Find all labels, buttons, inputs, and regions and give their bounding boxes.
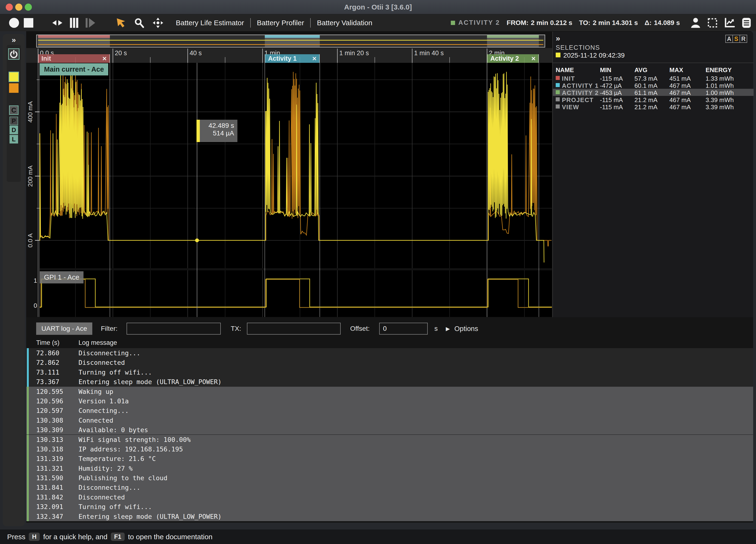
- close-window-button[interactable]: [6, 4, 13, 11]
- region-tab-init[interactable]: Init×: [38, 54, 110, 63]
- key-h-badge: H: [29, 533, 40, 541]
- log-row[interactable]: 130.308Connected: [26, 416, 753, 425]
- tab-battery-life-estimator[interactable]: Battery Life Estimator: [170, 19, 250, 27]
- uart-section: UART log - Ace Filter: TX: Offset: s ▶ O…: [26, 317, 753, 522]
- uart-log-list[interactable]: 72.860Disconnecting...72.862Disconnected…: [26, 348, 753, 521]
- selection-info: ACTIVITY 2 FROM: 2 min 0.212 s TO: 2 min…: [451, 14, 751, 31]
- region-close-button[interactable]: ×: [312, 54, 317, 63]
- tx-input[interactable]: [247, 323, 341, 335]
- pan-horizontal-icon[interactable]: [52, 18, 63, 28]
- panel-mode-s[interactable]: S: [732, 35, 740, 43]
- main-current-badge[interactable]: Main current - Ace: [40, 63, 108, 75]
- panel-collapse-button[interactable]: »: [556, 34, 560, 43]
- log-row-activity-stripe: [27, 483, 29, 492]
- move-pan-icon[interactable]: [152, 17, 164, 29]
- stop-icon: [24, 18, 33, 28]
- record-button[interactable]: [9, 18, 19, 28]
- log-row[interactable]: 132.347Entering sleep mode (ULTRA_LOW_PO…: [26, 512, 753, 521]
- log-row[interactable]: 120.596Version 1.01a: [26, 396, 753, 406]
- offset-input[interactable]: [379, 323, 428, 335]
- log-row[interactable]: 131.841Disconnecting...: [26, 483, 753, 492]
- selection-rect-icon[interactable]: [707, 18, 717, 28]
- sidebar-swatch-gpi[interactable]: [9, 83, 19, 93]
- uart-log-badge[interactable]: UART log - Ace: [36, 323, 92, 335]
- y-tick-label: 400 mA: [27, 93, 35, 131]
- zoom-window-button[interactable]: [25, 4, 32, 11]
- log-row[interactable]: 130.318IP address: 192.168.156.195: [26, 444, 753, 454]
- tab-battery-profiler[interactable]: Battery Profiler: [251, 19, 310, 27]
- region-tab-label: Activity 2: [490, 55, 519, 62]
- filter-input[interactable]: [127, 323, 221, 335]
- log-row-activity-stripe: [27, 348, 29, 358]
- log-icon[interactable]: [742, 17, 751, 28]
- to-value: 2 min 14.301 s: [593, 19, 638, 27]
- row-color-swatch: [556, 83, 560, 87]
- log-row[interactable]: 131.319Temperature: 21.6 °C: [26, 454, 753, 463]
- log-row-activity-stripe: [27, 492, 29, 502]
- step-play-icon[interactable]: [85, 18, 96, 28]
- zoom-search-icon[interactable]: [134, 18, 144, 28]
- region-close-button[interactable]: ×: [102, 54, 107, 63]
- region-tabs: Init×Activity 1×Activity 2×: [0, 54, 552, 63]
- selection-row-activity-2[interactable]: ACTIVITY 2-453 µA61.1 mA467 mA1.00 mWh: [553, 89, 754, 96]
- log-row[interactable]: 131.321Humidity: 27 %: [26, 464, 753, 473]
- selection-row-activity-1[interactable]: ACTIVITY 1-472 µA60.1 mA467 mA1.01 mWh: [553, 82, 754, 89]
- column-header: NAME: [556, 66, 574, 74]
- sidebar-button-p[interactable]: P: [10, 117, 18, 125]
- log-row[interactable]: 72.860Disconnecting...: [26, 348, 753, 358]
- tooltip-value: 514 µA: [200, 129, 234, 137]
- selection-row-project[interactable]: PROJECT-115 mA21.2 mA467 mA3.39 mWh: [553, 96, 754, 103]
- panel-mode-a[interactable]: A: [725, 35, 733, 43]
- log-row-activity-stripe: [27, 502, 29, 511]
- sidebar-swatch-main-current[interactable]: [9, 72, 19, 82]
- options-button[interactable]: Options: [454, 325, 478, 333]
- log-row[interactable]: 130.309Available: 0 bytes: [26, 425, 753, 435]
- main-toolbar: Battery Life EstimatorBattery ProfilerBa…: [0, 14, 756, 31]
- log-row-activity-stripe: [27, 387, 29, 396]
- selection-row-init[interactable]: INIT-115 mA57.3 mA451 mA1.33 mWh: [553, 74, 754, 82]
- region-tab-activity-1[interactable]: Activity 1×: [265, 54, 320, 63]
- log-row[interactable]: 130.313WiFi signal strength: 100.00%: [26, 435, 753, 444]
- log-row[interactable]: 132.091Turning off wifi...: [26, 502, 753, 511]
- log-row[interactable]: 120.597Connecting...: [26, 406, 753, 415]
- log-row[interactable]: 131.590Publishing to the cloud: [26, 473, 753, 483]
- minimize-window-button[interactable]: [15, 4, 22, 11]
- stop-button[interactable]: [24, 18, 33, 28]
- options-chevron-icon[interactable]: ▶: [446, 326, 450, 332]
- sidebar-expand-button[interactable]: »: [3, 35, 25, 44]
- user-icon[interactable]: [690, 17, 701, 28]
- filter-label: Filter:: [101, 325, 118, 333]
- gpi-badge[interactable]: GPI 1 - Ace: [40, 271, 83, 284]
- panel-mode-r[interactable]: R: [740, 35, 747, 43]
- log-row[interactable]: 72.862Disconnected: [26, 358, 753, 367]
- y-tick-label: 200 mA: [27, 157, 35, 195]
- tab-battery-validation[interactable]: Battery Validation: [311, 19, 378, 27]
- column-header: MAX: [669, 66, 683, 74]
- y-tick-label: 0.0 A: [27, 221, 35, 259]
- timeline-minimap[interactable]: [36, 34, 545, 48]
- log-row-activity-stripe: [27, 512, 29, 521]
- sidebar-button-c[interactable]: C: [9, 105, 19, 115]
- charts-canvas[interactable]: [26, 48, 552, 317]
- region-close-button[interactable]: ×: [531, 54, 536, 63]
- delta-value: 14.089 s: [654, 19, 680, 27]
- select-cursor-icon[interactable]: [116, 18, 126, 28]
- log-row[interactable]: 131.842Disconnected: [26, 492, 753, 502]
- to-label: TO:: [579, 19, 590, 27]
- region-tab-activity-2[interactable]: Activity 2×: [487, 54, 539, 63]
- log-row-activity-stripe: [27, 396, 29, 406]
- zoom-columns-icon[interactable]: [69, 18, 79, 28]
- selection-row-view[interactable]: VIEW-115 mA21.2 mA467 mA3.39 mWh: [553, 103, 754, 110]
- chart-icon[interactable]: [724, 18, 735, 28]
- log-row[interactable]: 73.367Entering sleep mode (ULTRA_LOW_POW…: [26, 377, 753, 387]
- gpi-tick-label: 0: [28, 302, 37, 310]
- sidebar-button-l[interactable]: L: [10, 135, 18, 143]
- region-tab-label: Init: [41, 55, 51, 62]
- log-row[interactable]: 120.595Waking up: [26, 387, 753, 396]
- status-text: for a quick help, and: [43, 533, 107, 541]
- log-row-activity-stripe: [27, 377, 29, 387]
- log-row[interactable]: 73.111Turning off wifi...: [26, 368, 753, 377]
- tooltip-accent-bar: [196, 120, 200, 142]
- sidebar-button-d[interactable]: D: [10, 126, 18, 134]
- log-row-activity-stripe: [27, 435, 29, 444]
